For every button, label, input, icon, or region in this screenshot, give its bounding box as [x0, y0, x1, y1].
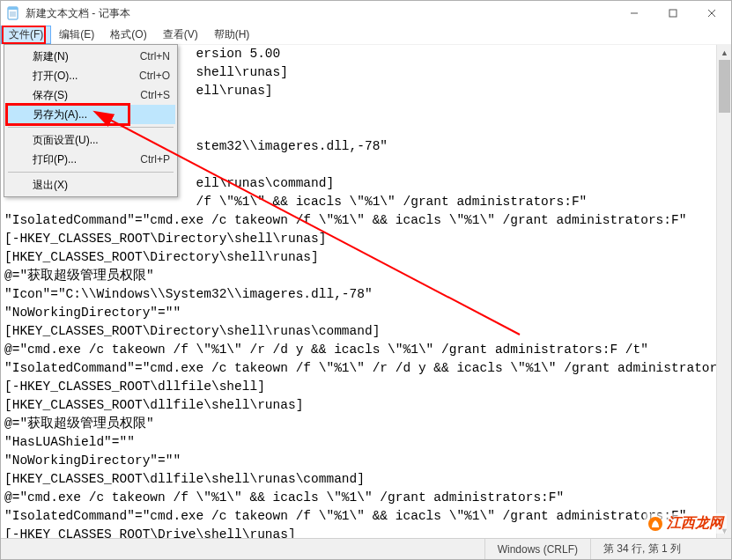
menu-separator — [8, 127, 174, 128]
file-menu-dropdown: 新建(N)Ctrl+N 打开(O)...Ctrl+O 保存(S)Ctrl+S 另… — [4, 44, 178, 197]
file-menu-open[interactable]: 打开(O)...Ctrl+O — [6, 66, 175, 85]
file-menu-page-setup[interactable]: 页面设置(U)... — [6, 130, 175, 150]
file-menu-save[interactable]: 保存(S)Ctrl+S — [6, 85, 175, 105]
svg-rect-6 — [669, 10, 677, 17]
menu-file[interactable]: 文件(F) — [1, 26, 51, 44]
menu-separator — [8, 172, 174, 173]
window-title: 新建文本文档 - 记事本 — [26, 6, 615, 21]
notepad-app-icon — [6, 6, 20, 20]
close-button[interactable] — [692, 1, 731, 26]
scroll-up-icon[interactable]: ▲ — [717, 45, 731, 60]
title-bar: 新建文本文档 - 记事本 — [1, 1, 731, 26]
file-menu-print[interactable]: 打印(P)...Ctrl+P — [6, 150, 175, 169]
minimize-button[interactable] — [615, 1, 654, 26]
file-menu-save-as[interactable]: 另存为(A)... — [6, 105, 175, 124]
watermark-text: 江西龙网 — [667, 514, 723, 533]
menu-bar: 文件(F) 编辑(E) 格式(O) 查看(V) 帮助(H) — [1, 26, 731, 45]
svg-rect-1 — [8, 7, 18, 10]
vertical-scrollbar[interactable]: ▲ ▼ — [716, 45, 731, 538]
menu-format[interactable]: 格式(O) — [102, 26, 154, 44]
status-encoding: Windows (CRLF) — [484, 539, 590, 559]
watermark: 江西龙网 — [644, 513, 727, 534]
watermark-icon — [647, 516, 663, 532]
menu-edit[interactable]: 编辑(E) — [51, 26, 102, 44]
scrollbar-thumb[interactable] — [719, 60, 730, 113]
file-menu-exit[interactable]: 退出(X) — [6, 175, 175, 195]
menu-view[interactable]: 查看(V) — [155, 26, 206, 44]
file-menu-new[interactable]: 新建(N)Ctrl+N — [6, 47, 175, 66]
status-bar: Windows (CRLF) 第 34 行, 第 1 列 — [1, 538, 731, 559]
maximize-button[interactable] — [654, 1, 692, 26]
menu-help[interactable]: 帮助(H) — [206, 26, 258, 44]
status-cursor: 第 34 行, 第 1 列 — [590, 539, 731, 559]
